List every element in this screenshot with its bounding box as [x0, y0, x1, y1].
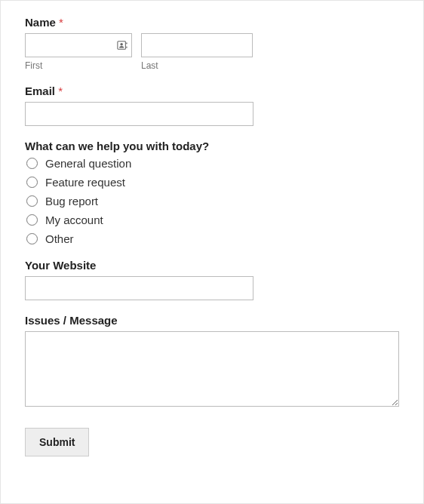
last-name-sublabel: Last: [141, 60, 253, 71]
required-mark: *: [58, 85, 63, 97]
radio-label-bug-report[interactable]: Bug report: [45, 195, 98, 207]
help-topic-label: What can we help you with today?: [25, 140, 399, 152]
website-label: Your Website: [25, 259, 399, 272]
radio-feature-request[interactable]: [26, 177, 38, 188]
first-name-input[interactable]: [25, 33, 132, 57]
last-name-input[interactable]: [141, 33, 253, 57]
website-input[interactable]: [25, 276, 253, 300]
name-label-text: Name: [25, 16, 56, 29]
radio-item-my-account: My account: [25, 214, 399, 226]
radio-bug-report[interactable]: [26, 195, 38, 207]
radio-label-general-question[interactable]: General question: [45, 157, 131, 170]
radio-label-feature-request[interactable]: Feature request: [45, 176, 125, 189]
name-field-group: Name * First Last: [25, 16, 399, 71]
required-mark: *: [59, 16, 63, 29]
contact-form: Name * First Last: [0, 0, 424, 504]
radio-label-other[interactable]: Other: [45, 232, 74, 245]
radio-item-general-question: General question: [25, 157, 399, 170]
email-label: Email *: [25, 85, 399, 97]
email-input[interactable]: [25, 102, 253, 126]
website-field-group: Your Website: [25, 259, 399, 300]
message-textarea[interactable]: [25, 331, 399, 407]
help-topic-radio-group: General question Feature request Bug rep…: [25, 157, 399, 245]
name-row: First Last: [25, 33, 399, 71]
radio-label-my-account[interactable]: My account: [45, 214, 103, 226]
message-label: Issues / Message: [25, 314, 399, 327]
radio-item-feature-request: Feature request: [25, 176, 399, 189]
radio-item-other: Other: [25, 232, 399, 245]
first-name-wrapper: [25, 33, 132, 57]
radio-general-question[interactable]: [26, 158, 38, 169]
help-topic-field-group: What can we help you with today? General…: [25, 140, 399, 245]
name-label: Name *: [25, 16, 399, 29]
radio-my-account[interactable]: [26, 214, 38, 226]
last-name-column: Last: [141, 33, 253, 71]
email-label-text: Email: [25, 85, 55, 97]
radio-item-bug-report: Bug report: [25, 195, 399, 207]
first-name-column: First: [25, 33, 132, 71]
first-name-sublabel: First: [25, 60, 132, 71]
email-field-group: Email *: [25, 85, 399, 126]
radio-other[interactable]: [26, 233, 38, 244]
message-field-group: Issues / Message: [25, 314, 399, 410]
submit-button[interactable]: Submit: [25, 428, 89, 456]
